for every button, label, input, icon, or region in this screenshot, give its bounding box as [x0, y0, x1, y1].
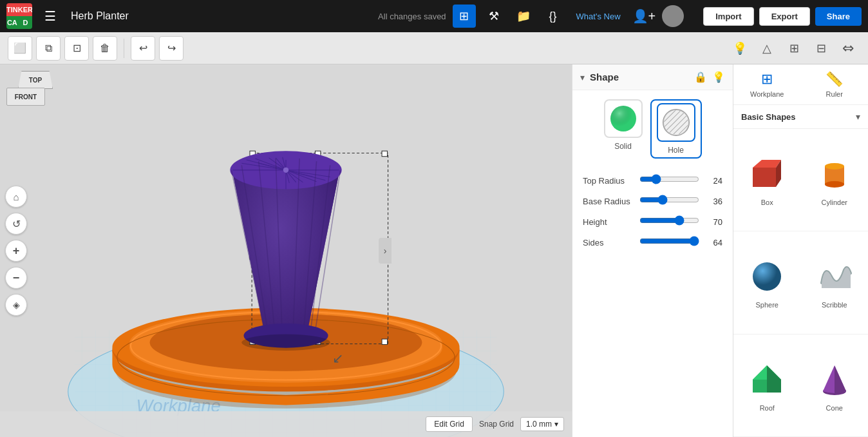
cone-shape-item[interactable]: Cone: [801, 335, 869, 437]
roof-label: Roof: [760, 404, 775, 412]
pickaxe-button[interactable]: ⚒: [482, 5, 505, 28]
snap-button[interactable]: ⊞: [782, 36, 806, 61]
scribble-icon: [814, 256, 855, 297]
cylinder-shape-item[interactable]: Cylinder: [801, 129, 869, 231]
copy-button[interactable]: ⧉: [36, 36, 61, 61]
main-content: TOP FRONT ⌂ ↺ + − ◈: [0, 64, 868, 437]
cone-label: Cone: [826, 404, 843, 412]
shape-sliders: Top Radius 24 Base Radius 36 Height 70: [572, 168, 733, 255]
base-radius-label: Base Radius: [583, 197, 634, 206]
toolbar-divider: [124, 39, 124, 58]
export-button[interactable]: Export: [759, 7, 810, 26]
cone-icon: [814, 359, 855, 400]
redo-button[interactable]: ↪: [159, 36, 184, 61]
main-toolbar: ⬜ ⧉ ⊡ 🗑 ↩ ↪ 💡 △ ⊞ ⊟ ⇔: [0, 32, 868, 64]
height-track: [639, 215, 699, 228]
undo-button[interactable]: ↩: [131, 36, 155, 61]
logo-ker: KER: [18, 3, 32, 16]
viewport-bottom-bar: Edit Grid Snap Grid 1.0 mm ▾: [0, 411, 572, 437]
delete-button[interactable]: 🗑: [93, 36, 117, 61]
ruler-tool-button[interactable]: 📏 Ruler: [801, 64, 869, 104]
library-header: Basic Shapes ▾: [733, 105, 868, 129]
svg-point-45: [610, 106, 636, 131]
topbar: TIN KER CA D ☰ Herb Planter All changes …: [0, 0, 868, 32]
svg-text:↙: ↙: [332, 351, 344, 365]
right-toolbar: 💡 △ ⊞ ⊟ ⇔: [728, 36, 860, 61]
base-radius-slider[interactable]: [639, 195, 699, 205]
library-dropdown[interactable]: Basic Shapes: [741, 112, 851, 122]
solid-icon: [604, 99, 643, 138]
shape-panel-collapse-button[interactable]: ▾: [580, 72, 585, 83]
shape-panel: ▾ Shape 🔒 💡: [572, 64, 733, 437]
new-object-button[interactable]: ⬜: [8, 36, 32, 61]
whats-new-button[interactable]: What's New: [571, 9, 626, 24]
shapes-library: ⊞ Workplane 📏 Ruler Basic Shapes ▾: [733, 64, 868, 437]
tinkercad-logo[interactable]: TIN KER CA D: [6, 3, 32, 29]
height-label: Height: [583, 217, 634, 227]
box-icon: [746, 153, 788, 195]
cylinder-icon: [814, 153, 855, 195]
sphere-shape-item[interactable]: Sphere: [733, 231, 801, 334]
import-button[interactable]: Import: [703, 7, 753, 26]
3d-viewport[interactable]: TOP FRONT ⌂ ↺ + − ◈: [0, 64, 572, 437]
snap-dropdown-arrow: ▾: [554, 420, 558, 429]
snap-grid-value[interactable]: 1.0 mm ▾: [520, 417, 564, 431]
scribble-shape-item[interactable]: Scribble: [801, 231, 869, 334]
height-value: 70: [704, 217, 722, 227]
top-radius-track: [639, 174, 699, 187]
roof-shape-item[interactable]: Roof: [733, 335, 801, 437]
group-button[interactable]: ⊡: [64, 36, 89, 61]
svg-point-42: [241, 335, 330, 351]
ruler-icon: 📏: [826, 71, 843, 88]
grid-view-button[interactable]: ⊞: [453, 5, 476, 28]
snap-grid-label: Snap Grid: [479, 420, 514, 429]
height-slider[interactable]: [639, 215, 699, 226]
solid-label: Solid: [614, 142, 632, 151]
folder-button[interactable]: 📁: [512, 5, 535, 28]
sides-label: Sides: [583, 238, 634, 248]
top-radius-slider[interactable]: [639, 174, 699, 184]
hole-option[interactable]: Hole: [650, 99, 702, 159]
svg-point-53: [825, 181, 844, 188]
share-button[interactable]: Share: [815, 7, 862, 26]
logo-d: D: [18, 16, 32, 29]
edit-grid-button[interactable]: Edit Grid: [426, 416, 473, 432]
base-radius-row: Base Radius 36: [583, 195, 722, 208]
workplane-tool-button[interactable]: ⊞ Workplane: [733, 64, 801, 104]
svg-point-55: [753, 262, 781, 291]
svg-point-54: [825, 163, 844, 170]
svg-point-50: [664, 110, 688, 135]
library-dropdown-arrow[interactable]: ▾: [856, 112, 860, 122]
base-radius-track: [639, 195, 699, 208]
box-shape-item[interactable]: Box: [733, 129, 801, 231]
roof-icon: [746, 359, 788, 400]
svg-rect-21: [382, 339, 387, 344]
menu-icon-button[interactable]: ☰: [39, 5, 62, 28]
workplane-tool-label: Workplane: [750, 90, 784, 98]
logo-cad: CA: [6, 16, 18, 29]
solid-option[interactable]: Solid: [604, 99, 643, 159]
panel-collapse-button[interactable]: ›: [379, 238, 392, 264]
shape-light-icon[interactable]: 💡: [712, 71, 725, 83]
shape-panel-header: ▾ Shape 🔒 💡: [572, 64, 733, 90]
align-button[interactable]: ⊟: [809, 36, 833, 61]
hole-icon: [657, 103, 695, 142]
3d-scene[interactable]: Workplane: [0, 64, 572, 437]
hole-label: Hole: [668, 146, 684, 155]
mirror-button[interactable]: ⇔: [836, 36, 860, 61]
sides-track: [639, 236, 699, 249]
scribble-label: Scribble: [822, 301, 847, 309]
logo-tin: TIN: [6, 3, 18, 16]
shapes-grid: Box Cylinder: [733, 129, 868, 437]
light-button[interactable]: 💡: [728, 36, 752, 61]
add-user-button[interactable]: 👤+: [632, 8, 656, 24]
sides-slider[interactable]: [639, 236, 699, 246]
app-title: Herb Planter: [71, 10, 129, 22]
sphere-label: Sphere: [756, 301, 778, 309]
svg-rect-51: [753, 168, 776, 187]
user-avatar[interactable]: [662, 5, 684, 27]
shape-lock-icon[interactable]: 🔒: [694, 71, 707, 83]
shape-outline-button[interactable]: △: [755, 36, 779, 61]
code-button[interactable]: {}: [542, 5, 565, 28]
workplane-icon: ⊞: [761, 71, 773, 88]
